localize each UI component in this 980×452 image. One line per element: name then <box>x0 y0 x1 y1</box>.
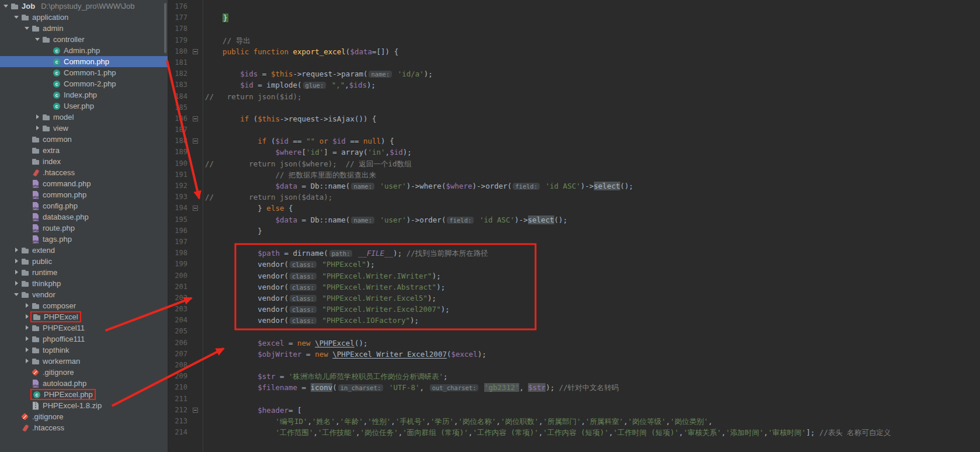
code-line[interactable]: 205 <box>169 326 980 337</box>
tree-item-route-php[interactable]: route.php <box>0 222 168 234</box>
code-line[interactable]: 203 vendor(class: "PHPExcel.Writer.Excel… <box>169 304 980 315</box>
code-line[interactable]: 183 $id = implode(glue: ",",$ids); <box>169 79 980 91</box>
code-line[interactable]: 187 <box>169 124 980 135</box>
chevron-right-icon[interactable] <box>13 269 20 276</box>
chevron-down-icon[interactable] <box>13 291 20 298</box>
tree-item-runtime[interactable]: runtime <box>0 267 168 278</box>
chevron-down-icon[interactable] <box>2 2 10 10</box>
code-line[interactable]: 176 <box>169 1 980 12</box>
code-line[interactable]: 180 public function export_excel($data=[… <box>169 46 980 57</box>
code-line[interactable]: 196 } <box>169 225 980 237</box>
chevron-down-icon[interactable] <box>13 13 20 21</box>
chevron-down-icon[interactable] <box>34 36 41 43</box>
tree-item-tags-php[interactable]: tags.php <box>0 234 168 245</box>
tree-item--gitignore[interactable]: .gitignore <box>0 411 168 422</box>
code-line[interactable]: 206 $excel = new \PHPExcel(); <box>169 338 980 349</box>
code-line[interactable]: 202 vendor(class: "PHPExcel.Writer.Excel… <box>169 293 980 304</box>
tree-item--gitignore[interactable]: .gitignore <box>0 367 168 378</box>
tree-item-phpoffice111[interactable]: phpoffice111 <box>0 333 168 345</box>
code-line[interactable]: 209 $str = '株洲市幼儿师范学校职员工作岗位分析调研表'; <box>169 371 980 382</box>
code-line[interactable]: 198 $path = dirname(path: __FILE__); //找… <box>169 248 980 259</box>
tree-item-index[interactable]: index <box>0 156 168 167</box>
chevron-right-icon[interactable] <box>13 258 20 265</box>
code-line[interactable]: 184// return json($id); <box>169 91 980 102</box>
code-line[interactable]: 185 <box>169 102 980 113</box>
tree-item-topthink[interactable]: topthink <box>0 345 168 356</box>
tree-item-common-1-php[interactable]: Common-1.php <box>0 67 168 78</box>
fold-marker-icon[interactable] <box>193 206 198 211</box>
tree-item-common-php[interactable]: Common.php <box>0 56 168 67</box>
chevron-right-icon[interactable] <box>23 357 31 365</box>
tree-item-common[interactable]: common <box>0 134 168 145</box>
chevron-right-icon[interactable] <box>34 124 41 132</box>
code-line[interactable]: 181 <box>169 57 980 68</box>
tree-item-extend[interactable]: extend <box>0 245 168 256</box>
tree-item-workerman[interactable]: workerman <box>0 356 168 367</box>
tree-item-admin[interactable]: admin <box>0 23 168 34</box>
code-line[interactable]: 194 } else { <box>169 203 980 214</box>
code-line[interactable]: 212 $header= [ <box>169 405 980 416</box>
tree-item-application[interactable]: application <box>0 12 168 23</box>
code-line[interactable]: 211 <box>169 394 980 405</box>
tree-item-controller[interactable]: controller <box>0 34 168 45</box>
code-line[interactable]: 188 if ($id == "" or $id == null) { <box>169 135 980 147</box>
code-line[interactable]: 210 $filename = iconv(in_charset: 'UTF-8… <box>169 382 980 393</box>
chevron-right-icon[interactable] <box>13 280 20 287</box>
tree-item-phpexcel[interactable]: PHPExcel <box>0 311 168 322</box>
code-line[interactable]: 204 vendor(class: "PHPExcel.IOFactory"); <box>169 315 980 326</box>
tree-item-phpexcel11[interactable]: PHPExcel11 <box>0 322 168 333</box>
tree-item-public[interactable]: public <box>0 256 168 267</box>
fold-marker-icon[interactable] <box>193 138 198 144</box>
tree-item-job[interactable]: JobD:\phpstudy_pro\WWW\Job <box>0 1 168 12</box>
tree-item-composer[interactable]: composer <box>0 300 168 311</box>
tree-item-model[interactable]: model <box>0 112 168 123</box>
tree-item-extra[interactable]: extra <box>0 145 168 156</box>
code-line[interactable]: 193// return json($data); <box>169 192 980 203</box>
chevron-right-icon[interactable] <box>23 335 31 343</box>
code-line[interactable]: 179 // 导出 <box>169 35 980 46</box>
code-line[interactable]: 186 if ($this->request->isAjax()) { <box>169 113 980 124</box>
chevron-right-icon[interactable] <box>23 313 31 321</box>
chevron-right-icon[interactable] <box>23 302 31 310</box>
code-line[interactable]: 192 $data = Db::name(name: 'user')->wher… <box>169 180 980 192</box>
tree-item-thinkphp[interactable]: thinkphp <box>0 278 168 289</box>
tree-item-index-php[interactable]: Index.php <box>0 89 168 100</box>
code-line[interactable]: 190// return json($where); // 返回一个id数组 <box>169 158 980 169</box>
chevron-right-icon[interactable] <box>23 346 31 354</box>
chevron-right-icon[interactable] <box>23 324 31 332</box>
code-line[interactable]: 208 <box>169 360 980 371</box>
chevron-right-icon[interactable] <box>34 113 41 121</box>
code-line[interactable]: 191 // 把数据库里面的数据查出来 <box>169 169 980 180</box>
fold-marker-icon[interactable] <box>193 116 198 121</box>
tree-scrollbar[interactable] <box>164 3 166 53</box>
tree-item-phpexcel-1-8-zip[interactable]: PHPExcel-1.8.zip <box>0 400 168 411</box>
fold-marker-icon[interactable] <box>193 49 198 54</box>
code-line[interactable]: 213 '编号ID','姓名','年龄','性别','手机号','学历','岗位… <box>169 416 980 427</box>
code-line[interactable]: 195 $data = Db::name(name: 'user')->orde… <box>169 214 980 225</box>
tree-item-database-php[interactable]: database.php <box>0 211 168 222</box>
code-line[interactable]: 199 vendor(class: "PHPExcel"); <box>169 259 980 270</box>
tree-item-vendor[interactable]: vendor <box>0 289 168 300</box>
tree-item-common-2-php[interactable]: Common-2.php <box>0 78 168 89</box>
tree-item-config-php[interactable]: config.php <box>0 200 168 211</box>
fold-marker-icon[interactable] <box>193 408 198 413</box>
chevron-right-icon[interactable] <box>13 246 20 254</box>
tree-item--htaccess[interactable]: .htaccess <box>0 167 168 178</box>
code-line[interactable]: 182 $ids = $this->request->param(name: '… <box>169 68 980 79</box>
code-line[interactable]: 189 $where['id'] = array('in',$id); <box>169 147 980 158</box>
tree-item-user-php[interactable]: User.php <box>0 100 168 112</box>
tree-item-command-php[interactable]: command.php <box>0 178 168 189</box>
code-line[interactable]: 177 } <box>169 12 980 23</box>
tree-item--htaccess[interactable]: .htaccess <box>0 422 168 433</box>
code-line[interactable]: 197 <box>169 237 980 248</box>
tree-item-autoload-php[interactable]: autoload.php <box>0 378 168 389</box>
tree-item-view[interactable]: view <box>0 123 168 134</box>
code-line[interactable]: 214 '工作范围','工作技能','岗位任务','面向群组 (常项)','工作… <box>169 427 980 438</box>
code-line[interactable]: 201 vendor(class: "PHPExcel.Writer.Abstr… <box>169 281 980 293</box>
code-line[interactable]: 178 <box>169 23 980 34</box>
code-line[interactable]: 200 vendor(class: "PHPExcel.Writer.IWrit… <box>169 270 980 281</box>
chevron-down-icon[interactable] <box>23 25 31 32</box>
tree-item-admin-php[interactable]: Admin.php <box>0 45 168 56</box>
tree-item-common-php[interactable]: common.php <box>0 189 168 200</box>
tree-item-phpexcel-php[interactable]: PHPExcel.php <box>0 389 168 400</box>
